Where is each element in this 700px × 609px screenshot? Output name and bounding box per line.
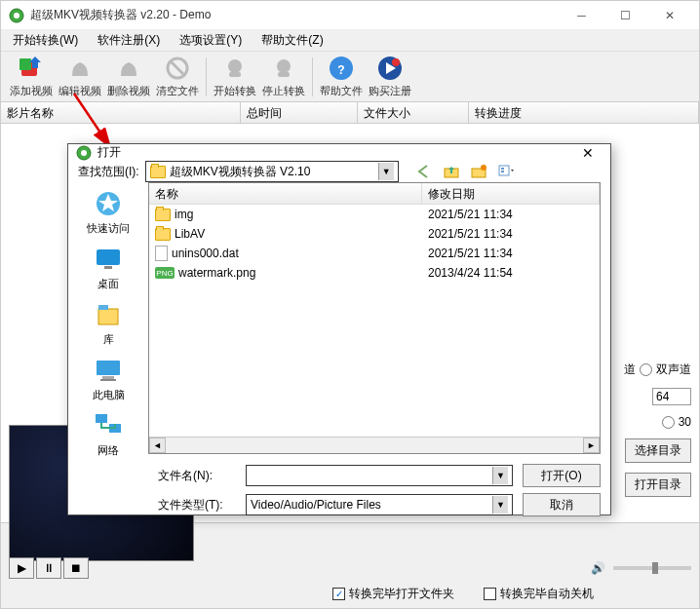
file-browser: 名称 修改日期 img2021/5/21 11:34LibAV2021/5/21… — [148, 182, 601, 454]
select-dir-button[interactable]: 选择目录 — [625, 438, 691, 463]
file-list-header: 影片名称 总时间 文件大小 转换进度 — [1, 102, 699, 124]
svg-point-1 — [14, 13, 19, 19]
clear-files-icon — [164, 55, 191, 82]
add-video-icon — [18, 55, 45, 82]
filename-input[interactable]: ▼ — [246, 465, 513, 486]
begin-convert-button[interactable]: 开始转换 — [211, 53, 259, 100]
file-icon — [155, 246, 168, 261]
fps-radio[interactable] — [662, 416, 675, 429]
svg-rect-27 — [98, 309, 118, 324]
stop-convert-icon — [270, 55, 297, 82]
svg-text:?: ? — [337, 63, 344, 77]
help-file-button[interactable]: ? 帮助文件 — [317, 53, 366, 100]
folder-icon — [155, 209, 171, 221]
scroll-left-icon[interactable]: ◄ — [149, 438, 166, 453]
svg-rect-28 — [98, 305, 108, 310]
network-icon — [93, 410, 124, 441]
col-size[interactable]: 文件大小 — [358, 102, 469, 123]
file-row[interactable]: img2021/5/21 11:34 — [149, 205, 600, 224]
scroll-right-icon[interactable]: ► — [583, 438, 600, 453]
file-name: img — [175, 208, 193, 221]
stop-convert-button[interactable]: 停止转换 — [259, 53, 308, 100]
png-icon: PNG — [155, 267, 175, 279]
folder-icon — [150, 166, 166, 178]
svg-rect-32 — [96, 414, 107, 423]
file-date: 2021/5/21 11:34 — [422, 208, 600, 221]
file-list[interactable]: img2021/5/21 11:34LibAV2021/5/21 11:34un… — [149, 205, 600, 437]
new-folder-icon[interactable] — [469, 162, 488, 181]
open-folder-after-checkbox[interactable]: ✓转换完毕打开文件夹 — [332, 586, 454, 602]
file-name: watermark.png — [178, 266, 255, 280]
svg-rect-25 — [97, 249, 120, 265]
file-date: 2013/4/24 11:54 — [422, 266, 600, 280]
svg-point-8 — [277, 59, 291, 73]
main-titlebar: 超级MKV视频转换器 v2.20 - Demo ─ ☐ ✕ — [1, 1, 699, 30]
file-row[interactable]: LibAV2021/5/21 11:34 — [149, 224, 600, 244]
lookin-combo[interactable]: 超级MKV视频转换器 V2.10 ▼ — [145, 161, 399, 182]
file-date: 2021/5/21 11:34 — [422, 247, 600, 260]
svg-point-16 — [81, 150, 87, 156]
open-dir-button[interactable]: 打开目录 — [625, 473, 691, 497]
file-name: LibAV — [175, 227, 205, 241]
buy-register-button[interactable]: 购买注册 — [366, 53, 414, 100]
place-library[interactable]: 库 — [93, 299, 124, 347]
volume-slider[interactable] — [613, 566, 691, 570]
folder-icon — [155, 228, 171, 241]
volume-icon: 🔊 — [591, 561, 605, 575]
play-button[interactable]: ▶ — [9, 557, 34, 579]
svg-point-13 — [392, 58, 400, 66]
shutdown-after-checkbox[interactable]: 转换完毕自动关机 — [484, 586, 594, 602]
svg-rect-22 — [501, 171, 504, 172]
file-row[interactable]: unins000.dat2021/5/21 11:34 — [149, 244, 600, 263]
delete-video-button[interactable]: 删除视频 — [104, 53, 153, 100]
place-this-pc[interactable]: 此电脑 — [93, 355, 125, 402]
place-desktop[interactable]: 桌面 — [93, 244, 124, 291]
add-video-button[interactable]: 添加视频 — [7, 53, 56, 100]
menu-register[interactable]: 软件注册(X) — [90, 30, 168, 51]
minimize-button[interactable]: ─ — [560, 2, 603, 29]
bitrate-input[interactable] — [652, 388, 691, 405]
filetype-label: 文件类型(T): — [158, 497, 236, 514]
pause-button[interactable]: ⏸ — [36, 557, 61, 579]
horizontal-scrollbar[interactable]: ◄ ► — [149, 437, 600, 453]
edit-video-button[interactable]: 编辑视频 — [56, 53, 104, 100]
close-button[interactable]: ✕ — [647, 2, 691, 29]
col-name[interactable]: 影片名称 — [1, 102, 241, 123]
svg-rect-29 — [97, 361, 120, 375]
place-network[interactable]: 网络 — [93, 410, 124, 458]
filecol-name[interactable]: 名称 — [149, 183, 422, 204]
help-icon: ? — [328, 55, 355, 82]
dialog-open-button[interactable]: 打开(O) — [523, 464, 601, 487]
maximize-button[interactable]: ☐ — [603, 2, 647, 29]
file-name: unins000.dat — [172, 247, 239, 260]
file-row[interactable]: PNGwatermark.png2013/4/24 11:54 — [149, 263, 600, 283]
back-icon[interactable] — [414, 162, 434, 181]
dialog-cancel-button[interactable]: 取消 — [523, 493, 601, 516]
chevron-down-icon: ▼ — [378, 163, 394, 180]
stereo-radio[interactable] — [640, 363, 652, 376]
window-title: 超级MKV视频转换器 v2.20 - Demo — [30, 7, 560, 23]
up-folder-icon[interactable] — [442, 162, 461, 181]
col-time[interactable]: 总时间 — [241, 102, 358, 123]
stop-play-button[interactable]: ⏹ — [63, 557, 89, 579]
menu-help[interactable]: 帮助文件(Z) — [253, 30, 331, 51]
svg-rect-30 — [102, 376, 114, 379]
open-file-dialog: 打开 ✕ 查找范围(I): 超级MKV视频转换器 V2.10 ▼ 快速访问 桌面 — [67, 143, 611, 515]
svg-point-19 — [481, 165, 486, 171]
menu-start[interactable]: 开始转换(W) — [5, 30, 86, 51]
filetype-combo[interactable]: Video/Audio/Picture Files▼ — [246, 494, 513, 515]
lookin-label: 查找范围(I): — [78, 164, 139, 180]
menu-options[interactable]: 选项设置(Y) — [172, 30, 250, 51]
buy-icon — [376, 55, 404, 82]
bottom-panel: ▶ ⏸ ⏹ 🔊 ✓转换完毕打开文件夹 转换完毕自动关机 — [1, 522, 699, 608]
begin-convert-icon — [221, 55, 249, 82]
place-quick-access[interactable]: 快速访问 — [87, 188, 130, 236]
dialog-icon — [76, 145, 92, 161]
right-settings-panel: 道 双声道 30 选择目录 打开目录 — [603, 362, 691, 507]
svg-rect-31 — [100, 379, 116, 381]
filecol-date[interactable]: 修改日期 — [422, 183, 600, 204]
dialog-close-button[interactable]: ✕ — [573, 145, 603, 161]
col-progress[interactable]: 转换进度 — [469, 102, 699, 123]
view-menu-icon[interactable] — [496, 162, 516, 181]
clear-files-button[interactable]: 清空文件 — [153, 53, 202, 100]
